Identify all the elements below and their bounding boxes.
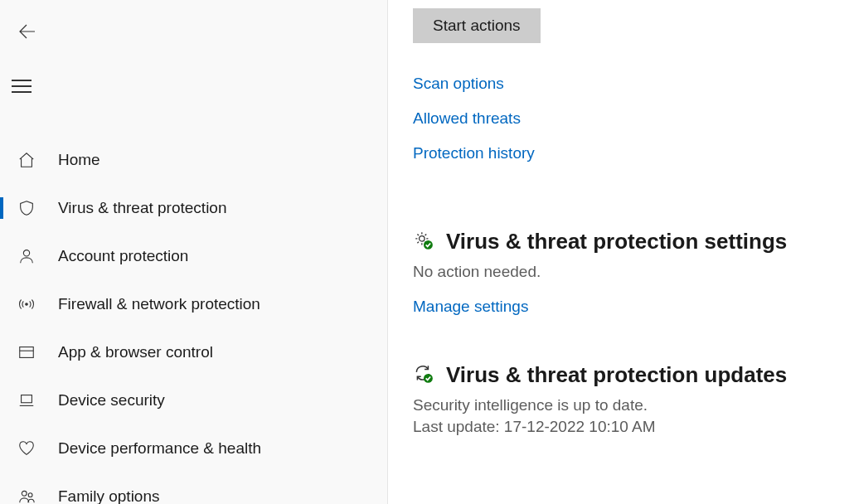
protection-history-link[interactable]: Protection history (413, 144, 832, 162)
nav-item-account[interactable]: Account protection (0, 232, 387, 280)
updates-subtitle: Security intelligence is up to date. (413, 396, 832, 414)
nav-list: Home Virus & threat protection Account p… (0, 136, 387, 504)
nav-item-label: Virus & threat protection (58, 199, 226, 217)
arrow-left-icon (17, 22, 36, 41)
nav-item-device-security[interactable]: Device security (0, 376, 387, 424)
svg-rect-4 (22, 395, 32, 403)
svg-point-6 (28, 493, 32, 497)
broadcast-icon (17, 295, 36, 313)
hamburger-icon (12, 80, 32, 81)
settings-section: Virus & threat protection settings No ac… (413, 229, 832, 316)
svg-point-5 (22, 491, 27, 496)
nav-item-firewall[interactable]: Firewall & network protection (0, 280, 387, 328)
nav-item-home[interactable]: Home (0, 136, 387, 184)
svg-point-1 (26, 303, 28, 306)
home-icon (17, 151, 36, 169)
people-icon (17, 487, 36, 504)
refresh-check-icon (413, 363, 434, 388)
nav-item-label: Family options (58, 487, 160, 504)
settings-subtitle: No action needed. (413, 263, 832, 281)
back-button[interactable] (10, 15, 43, 48)
quick-links: Scan options Allowed threats Protection … (413, 75, 832, 162)
allowed-threats-link[interactable]: Allowed threats (413, 109, 832, 128)
updates-last-update: Last update: 17-12-2022 10:10 AM (413, 418, 832, 436)
svg-rect-2 (20, 347, 34, 358)
nav-item-label: Firewall & network protection (58, 295, 260, 313)
menu-button[interactable] (12, 70, 45, 103)
nav-item-performance[interactable]: Device performance & health (0, 424, 387, 472)
scan-options-link[interactable]: Scan options (413, 75, 832, 93)
nav-item-family[interactable]: Family options (0, 472, 387, 504)
svg-point-7 (420, 235, 424, 241)
person-icon (17, 247, 36, 265)
nav-item-label: Device security (58, 391, 165, 410)
updates-title: Virus & threat protection updates (446, 362, 787, 388)
nav-item-label: App & browser control (58, 343, 213, 361)
gear-check-icon (413, 230, 434, 254)
heart-icon (17, 439, 36, 458)
manage-settings-link[interactable]: Manage settings (413, 298, 832, 316)
settings-title: Virus & threat protection settings (446, 229, 787, 254)
nav-item-label: Home (58, 151, 100, 169)
main-content: Start actions Scan options Allowed threa… (388, 0, 849, 504)
updates-section: Virus & threat protection updates Securi… (413, 362, 832, 436)
window-icon (17, 343, 36, 361)
svg-point-0 (23, 250, 29, 256)
nav-item-app-browser[interactable]: App & browser control (0, 328, 387, 376)
nav-item-label: Account protection (58, 247, 188, 265)
start-actions-button[interactable]: Start actions (413, 8, 541, 43)
nav-item-label: Device performance & health (58, 439, 261, 458)
shield-icon (17, 199, 36, 217)
sidebar: Home Virus & threat protection Account p… (0, 0, 388, 504)
laptop-icon (17, 391, 36, 410)
nav-item-virus-threat[interactable]: Virus & threat protection (0, 184, 387, 232)
